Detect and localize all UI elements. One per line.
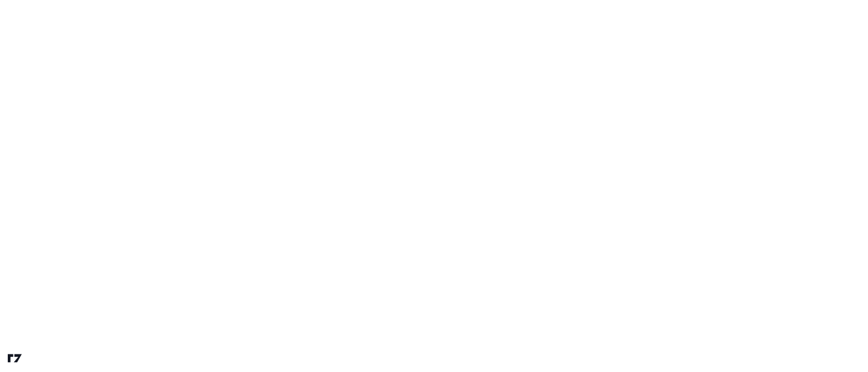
tradingview-logo-icon	[8, 354, 22, 365]
chart-canvas[interactable]	[0, 0, 868, 372]
ema200-row[interactable]	[11, 33, 45, 45]
symbol-row[interactable]	[11, 10, 45, 22]
rsi-legend[interactable]	[11, 228, 17, 239]
chart-legend	[11, 10, 45, 45]
tradingview-chart-page: { "header": { "title": "GBP/USD Spot, 1D…	[0, 0, 868, 372]
ema20-row[interactable]	[11, 22, 45, 33]
tradingview-logo[interactable]	[8, 354, 26, 365]
